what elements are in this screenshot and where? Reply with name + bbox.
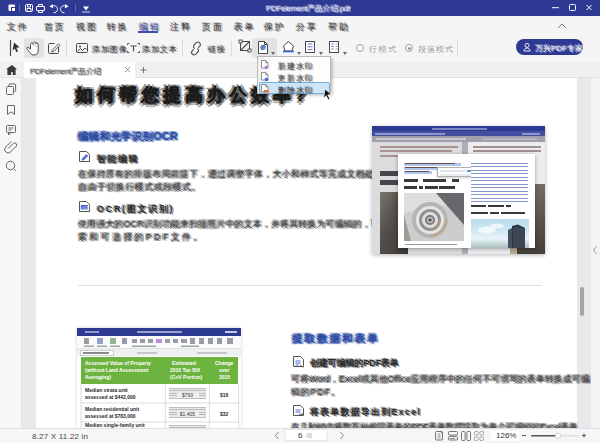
svg-text:6: 6 — [298, 431, 303, 440]
svg-text:126%: 126% — [496, 431, 516, 440]
svg-text:Change: Change — [215, 360, 234, 366]
svg-text:OCR: OCR — [81, 206, 89, 210]
svg-text:assessed at $783,000: assessed at $783,000 — [85, 413, 136, 419]
svg-text:Estimated: Estimated — [172, 360, 196, 366]
svg-text:Averaging): Averaging) — [85, 374, 111, 380]
svg-text:$18: $18 — [220, 392, 229, 398]
svg-text:(CoV Portion): (CoV Portion) — [170, 374, 203, 380]
svg-text:$32: $32 — [220, 411, 229, 417]
svg-text:2015: 2015 — [219, 374, 230, 380]
svg-text:over: over — [219, 367, 230, 373]
svg-text:(without Land Assessment: (without Land Assessment — [85, 367, 149, 373]
svg-text:2016 Tax Bill: 2016 Tax Bill — [170, 367, 201, 373]
svg-text:Median strata unit: Median strata unit — [85, 387, 128, 393]
svg-text:assessed at $442,000: assessed at $442,000 — [85, 394, 136, 400]
svg-text:/8: /8 — [306, 432, 312, 439]
svg-text:Assessed Value of Property: Assessed Value of Property — [85, 360, 151, 366]
svg-text:Median residential unit: Median residential unit — [85, 406, 140, 412]
